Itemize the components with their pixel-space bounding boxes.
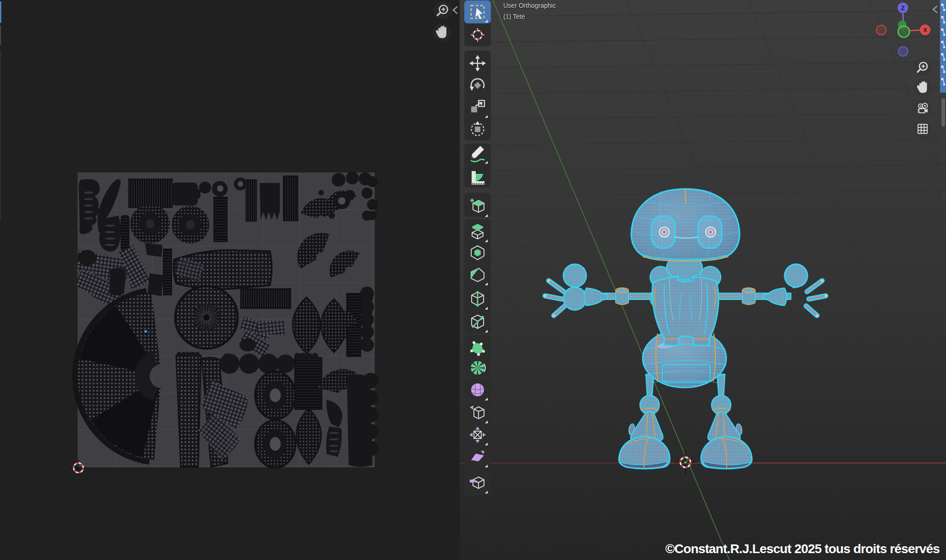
svg-text:Z: Z: [901, 5, 905, 11]
svg-text:X: X: [923, 27, 927, 33]
